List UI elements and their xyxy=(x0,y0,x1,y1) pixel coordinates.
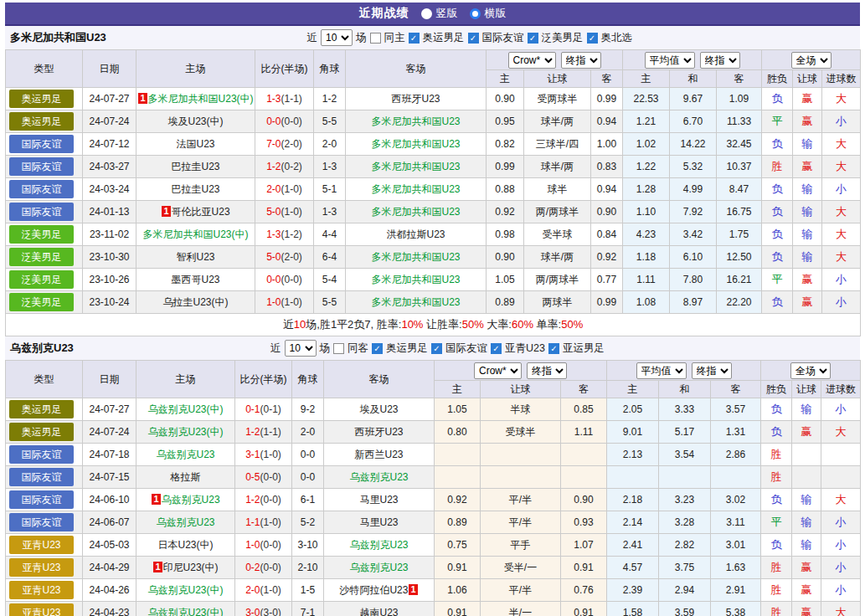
odds-handicap-value: 半/一 xyxy=(481,602,561,616)
competition-badge: 奥运男足 xyxy=(9,90,74,108)
team-link[interactable]: 乌兹别克U23(中) xyxy=(147,584,223,596)
league-filter-label[interactable]: 国际友谊 xyxy=(445,341,487,356)
team-link[interactable]: 墨西哥U23 xyxy=(171,274,219,285)
team-link[interactable]: 多米尼加共和国U23 xyxy=(371,206,460,218)
avg-home-value: 9.01 xyxy=(607,421,659,444)
team-link[interactable]: 乌兹别克U23 xyxy=(162,494,220,506)
same-venue-checkbox[interactable] xyxy=(370,33,381,44)
odds-source-select[interactable]: Crow* xyxy=(474,362,522,379)
team-link[interactable]: 多米尼加共和国U23(中) xyxy=(142,228,248,240)
team-link[interactable]: 西班牙U23 xyxy=(391,93,440,105)
avg-source-select[interactable]: 平均值 xyxy=(636,362,687,379)
fulltime-score: 0-2 xyxy=(245,562,260,573)
team-link[interactable]: 乌兹别克U23 xyxy=(156,449,214,460)
team-link[interactable]: 乌兹别克U23(中) xyxy=(147,403,223,415)
layout-option-vertical[interactable]: 竖版 xyxy=(421,6,458,21)
team-link[interactable]: 乌兹别克U23 xyxy=(349,471,408,483)
team-link[interactable]: 智利U23 xyxy=(176,251,214,263)
league-checkbox-checked-icon[interactable] xyxy=(587,33,598,44)
games-count-select[interactable]: 10 xyxy=(285,340,317,357)
avg-draw-value: 7.92 xyxy=(670,201,717,223)
league-filter-label[interactable]: 奥运男足 xyxy=(386,341,428,356)
avg-home-value: 1.21 xyxy=(623,110,670,133)
league-checkbox-checked-icon[interactable] xyxy=(468,33,479,44)
scope-select[interactable]: 全场 xyxy=(790,362,831,379)
team-link[interactable]: 印尼U23(中) xyxy=(163,562,219,573)
team-link[interactable]: 乌兹别克U23 xyxy=(349,539,408,551)
result-handicap: 赢 xyxy=(793,291,822,314)
summary-row: 近10场,胜1平2负7, 胜率:10% 让胜率:50% 大率:60% 单率:50… xyxy=(6,314,861,336)
league-checkbox-checked-icon[interactable] xyxy=(372,343,383,354)
team-link[interactable]: 越南U23 xyxy=(359,607,398,616)
league-checkbox-checked-icon[interactable] xyxy=(528,33,538,44)
odds-home-value: 0.80 xyxy=(435,421,481,444)
team-link[interactable]: 乌兹别克U23(中) xyxy=(147,426,223,438)
home-team-cell: 乌兹别克U23(中) xyxy=(136,421,235,444)
subcol-avg-away: 客 xyxy=(717,70,762,88)
league-checkbox-checked-icon[interactable] xyxy=(548,343,559,354)
league-filter-label[interactable]: 亚运男足 xyxy=(563,341,605,356)
avg-draw-value: 3.59 xyxy=(659,602,711,616)
result-handicap: 输 xyxy=(792,511,821,534)
games-count-select[interactable]: 10 xyxy=(321,29,353,46)
team-link[interactable]: 多米尼加共和国U23 xyxy=(371,116,460,127)
league-checkbox-checked-icon[interactable] xyxy=(409,33,420,44)
team-link[interactable]: 巴拉圭U23 xyxy=(171,183,219,195)
league-filter-label[interactable]: 奥北选 xyxy=(601,31,633,45)
team-link[interactable]: 多米尼加共和国U23 xyxy=(371,296,460,308)
team-link[interactable]: 多米尼加共和国U23 xyxy=(371,183,460,195)
result-goals: 大 xyxy=(822,246,861,269)
team-link[interactable]: 多米尼加共和国U23(中) xyxy=(148,93,254,105)
result-goals: 大 xyxy=(821,489,861,511)
league-checkbox-checked-icon[interactable] xyxy=(491,343,502,354)
avg-source-select[interactable]: 平均值 xyxy=(645,52,695,69)
team-link[interactable]: 多米尼加共和国U23 xyxy=(371,138,460,150)
league-checkbox-checked-icon[interactable] xyxy=(431,343,442,354)
avg-kind-select[interactable]: 终指 xyxy=(700,52,740,69)
avg-home-value: 1.02 xyxy=(623,133,670,156)
odds-kind-select[interactable]: 终指 xyxy=(527,362,567,379)
match-type-cell: 泛美男足 xyxy=(6,246,83,269)
team-link[interactable]: 多米尼加共和国U23 xyxy=(371,161,460,172)
avg-kind-select[interactable]: 终指 xyxy=(692,362,732,379)
league-filter-label[interactable]: 奥运男足 xyxy=(423,31,465,45)
layout-option-horizontal[interactable]: 横版 xyxy=(470,6,507,21)
team-link[interactable]: 巴拉圭U23 xyxy=(171,161,219,172)
team-link[interactable]: 格拉斯 xyxy=(171,471,201,483)
league-filter-label[interactable]: 泛美男足 xyxy=(542,31,584,45)
league-filter-label[interactable]: 亚青U23 xyxy=(505,341,545,356)
team-link[interactable]: 日本U23(中) xyxy=(157,539,213,551)
avg-draw-value: 14.22 xyxy=(670,133,717,156)
team-link[interactable]: 新西兰U23 xyxy=(354,449,403,460)
team-link[interactable]: 乌兹别克U23 xyxy=(156,516,214,528)
team-link[interactable]: 法国U23 xyxy=(176,138,214,150)
team-link[interactable]: 多米尼加共和国U23 xyxy=(371,251,460,263)
team-name: 多米尼加共和国U23 xyxy=(5,30,106,45)
odds-source-select[interactable]: Crow* xyxy=(508,52,556,69)
avg-home-value xyxy=(607,466,659,489)
subcol-handicap-result: 让球 xyxy=(792,381,821,398)
radio-unchecked-icon[interactable] xyxy=(421,8,432,19)
result-handicap: 赢 xyxy=(792,421,821,444)
team-link[interactable]: 沙特阿拉伯U23 xyxy=(339,584,408,596)
scope-select[interactable]: 全场 xyxy=(791,52,832,69)
team-link[interactable]: 哥伦比亚U23 xyxy=(172,206,230,218)
odds-kind-select[interactable]: 终指 xyxy=(561,52,601,69)
avg-home-value: 1.58 xyxy=(607,602,659,616)
radio-checked-icon[interactable] xyxy=(470,8,481,19)
team-link[interactable]: 乌拉圭U23(中) xyxy=(162,296,228,308)
avg-away-value: 1.75 xyxy=(717,223,762,246)
team-link[interactable]: 乌兹别克U23 xyxy=(349,562,408,573)
same-venue-checkbox[interactable] xyxy=(333,343,344,354)
avg-draw-value: 6.70 xyxy=(670,110,717,133)
team-link[interactable]: 马里U23 xyxy=(359,516,398,528)
team-link[interactable]: 多米尼加共和国U23 xyxy=(371,274,460,285)
team-link[interactable]: 马里U23 xyxy=(359,494,398,506)
team-link[interactable]: 埃及U23(中) xyxy=(167,116,223,127)
odds-away-value: 0.84 xyxy=(591,223,623,246)
team-link[interactable]: 西班牙U23 xyxy=(354,426,403,438)
league-filter-label[interactable]: 国际友谊 xyxy=(482,31,524,45)
team-link[interactable]: 洪都拉斯U23 xyxy=(386,228,445,240)
team-link[interactable]: 埃及U23 xyxy=(359,403,398,415)
team-link[interactable]: 乌兹别克U23(中) xyxy=(147,607,223,616)
